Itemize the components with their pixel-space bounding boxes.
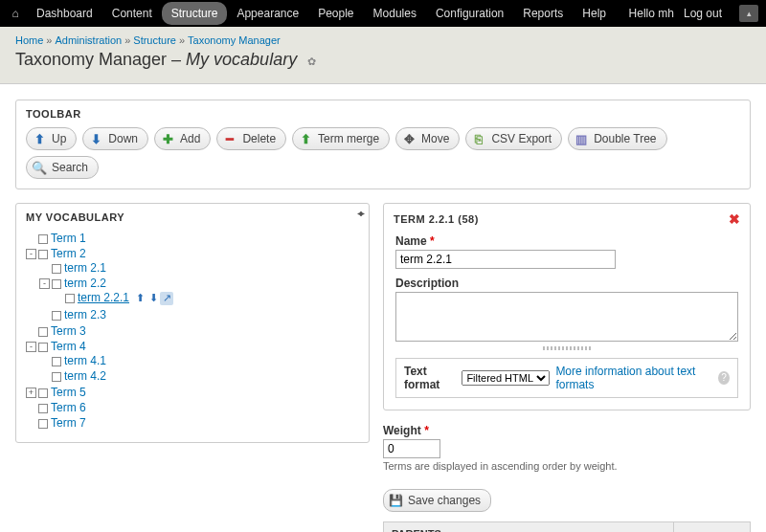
term-link[interactable]: Term 6 [51, 401, 86, 414]
tree-item: term 4.1 [39, 353, 359, 368]
term-link[interactable]: Term 3 [51, 324, 86, 338]
term-link[interactable]: term 2.2.1 [78, 291, 129, 304]
breadcrumb-link[interactable]: Structure [133, 34, 176, 46]
term-link[interactable]: term 4.1 [64, 354, 106, 367]
del-button[interactable]: ━Delete [216, 127, 286, 150]
merge-button[interactable]: ⬆Term merge [292, 127, 390, 150]
menu-dashboard[interactable]: Dashboard [27, 2, 102, 25]
breadcrumb-link[interactable]: Taxonomy Manager [188, 34, 281, 46]
term-link[interactable]: term 2.3 [64, 308, 106, 321]
weight-input[interactable] [383, 439, 440, 458]
toggle-icon [26, 326, 36, 337]
search-button[interactable]: 🔍Search [26, 156, 99, 179]
breadcrumb-link[interactable]: Administration [55, 34, 122, 46]
toolbar-panel: TOOLBAR ⬆Up⬇Down✚Add━Delete⬆Term merge✥M… [15, 100, 751, 189]
text-format-select[interactable]: Filtered HTML [462, 370, 550, 386]
term-link[interactable]: term 4.2 [64, 369, 106, 383]
add-button[interactable]: ✚Add [154, 127, 211, 150]
tree-item: Term 6 [26, 400, 359, 415]
weight-help: Terms are displayed in ascending order b… [383, 460, 751, 472]
dbl-button[interactable]: ▥Double Tree [568, 127, 666, 150]
menu-modules[interactable]: Modules [364, 2, 426, 25]
down-icon: ⬇ [88, 131, 103, 146]
menu-configuration[interactable]: Configuration [426, 2, 513, 25]
toggle-icon [39, 310, 50, 321]
gear-icon[interactable]: ✿ [307, 55, 316, 67]
tree-item: Term 3 [26, 323, 359, 339]
csv-button[interactable]: ⎘CSV Export [465, 127, 562, 150]
toggle-icon[interactable]: - [26, 342, 36, 352]
toggle-icon[interactable]: + [26, 388, 36, 398]
name-input[interactable] [395, 250, 616, 269]
toggle-icon[interactable]: - [26, 249, 36, 259]
csv-icon: ⎘ [471, 131, 486, 146]
tree-title: MY VOCABULARY [16, 204, 369, 227]
move-down-icon[interactable]: ⬇ [146, 292, 160, 305]
close-icon[interactable]: ✖ [729, 211, 741, 227]
home-icon[interactable]: ⌂ [8, 7, 23, 20]
toolbar-title: TOOLBAR [16, 100, 750, 123]
breadcrumb-link[interactable]: Home [15, 34, 43, 46]
menu-structure[interactable]: Structure [162, 2, 228, 25]
merge-icon: ⬆ [298, 131, 313, 146]
tree-item: term 4.2 [39, 368, 359, 384]
logout-link[interactable]: Log out [684, 7, 722, 20]
shortcut-toggle-icon[interactable]: ▴ [739, 5, 758, 22]
tree-item: term 2.1 [39, 260, 359, 276]
description-label: Description [395, 277, 738, 290]
term-checkbox[interactable] [38, 419, 48, 429]
term-checkbox[interactable] [38, 327, 48, 337]
parents-table: PARENTS term 2.2 — + [383, 521, 751, 532]
term-checkbox[interactable] [52, 264, 61, 274]
save-button[interactable]: 💾 Save changes [383, 489, 491, 512]
toggle-icon [39, 356, 50, 366]
menu-content[interactable]: Content [102, 2, 162, 25]
term-link[interactable]: Term 7 [51, 416, 86, 430]
user-area: Hello mh Log out ▴ [629, 5, 758, 22]
resize-handle-icon[interactable]: ◂▸ [357, 208, 363, 218]
move-up-icon[interactable]: ⬆ [133, 292, 146, 305]
term-link[interactable]: Term 1 [51, 232, 86, 245]
menu-appearance[interactable]: Appearance [227, 2, 308, 25]
term-link[interactable]: term 2.2 [64, 277, 106, 290]
toggle-icon [39, 263, 50, 274]
description-textarea[interactable] [395, 292, 738, 342]
hello-user[interactable]: Hello mh [629, 7, 674, 20]
menu-reports[interactable]: Reports [513, 2, 573, 25]
textarea-grip-icon[interactable] [543, 346, 591, 350]
toggle-icon[interactable]: - [39, 278, 50, 289]
term-checkbox[interactable] [38, 404, 48, 413]
toggle-icon [53, 293, 63, 303]
term-checkbox[interactable] [38, 234, 48, 244]
menu-people[interactable]: People [308, 2, 363, 25]
add-icon: ✚ [160, 131, 175, 146]
up-button[interactable]: ⬆Up [26, 127, 77, 150]
format-info-link[interactable]: More information about text formats [555, 365, 709, 391]
up-icon: ⬆ [32, 131, 47, 146]
tree-item: Term 7 [26, 415, 359, 431]
term-checkbox[interactable] [38, 388, 48, 398]
parents-header: PARENTS [384, 522, 674, 533]
help-icon[interactable]: ? [718, 371, 730, 385]
term-checkbox[interactable] [65, 294, 75, 303]
toggle-icon [26, 403, 36, 413]
term-link[interactable]: Term 5 [51, 386, 86, 399]
term-link[interactable]: Term 2 [51, 247, 86, 260]
term-link[interactable]: Term 4 [51, 340, 86, 353]
down-button[interactable]: ⬇Down [82, 127, 148, 150]
tree-item: term 2.2.1⬆⬇↗ [53, 290, 359, 306]
term-checkbox[interactable] [52, 311, 61, 321]
term-link[interactable]: term 2.1 [64, 261, 106, 275]
weight-label: Weight * [383, 424, 751, 437]
tree-item: -Term 2term 2.1-term 2.2term 2.2.1⬆⬇↗ter… [26, 246, 359, 323]
term-checkbox[interactable] [52, 357, 61, 366]
term-checkbox[interactable] [52, 372, 61, 382]
term-checkbox[interactable] [52, 279, 61, 289]
toggle-icon [26, 233, 36, 244]
text-format-label: Text format [404, 365, 456, 391]
term-checkbox[interactable] [38, 250, 48, 259]
menu-help[interactable]: Help [573, 2, 616, 25]
link-icon[interactable]: ↗ [160, 292, 173, 305]
term-checkbox[interactable] [38, 343, 48, 352]
move-button[interactable]: ✥Move [395, 127, 460, 150]
